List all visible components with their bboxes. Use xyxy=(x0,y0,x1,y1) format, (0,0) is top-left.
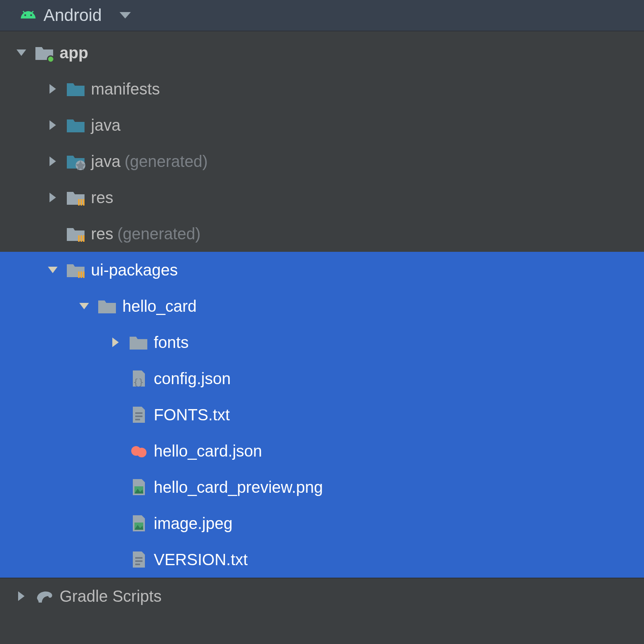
tree-node-java-generated[interactable]: java (generated) xyxy=(0,143,644,179)
project-view-label: Android xyxy=(43,6,102,25)
tree-label: fonts xyxy=(154,333,189,352)
tree-node-fonts-txt[interactable]: FONTS.txt xyxy=(0,397,644,433)
tree-label: FONTS.txt xyxy=(154,406,230,424)
tree-node-gradle-scripts[interactable]: Gradle Scripts xyxy=(0,578,644,614)
tree-node-java[interactable]: java xyxy=(0,107,644,143)
resource-folder-icon xyxy=(66,260,85,280)
tree-node-res[interactable]: res xyxy=(0,179,644,216)
image-file-icon xyxy=(129,514,148,533)
tree-label-suffix: (generated) xyxy=(118,225,201,243)
tree-node-hello-card-json[interactable]: hello_card.json xyxy=(0,433,644,469)
resource-folder-icon xyxy=(66,188,85,207)
gradle-icon xyxy=(35,586,54,606)
tree-label: java xyxy=(91,152,120,171)
tree-label: hello_card_preview.png xyxy=(154,478,323,496)
folder-icon xyxy=(66,115,85,135)
tree-label: java xyxy=(91,116,120,134)
tree-label: Gradle Scripts xyxy=(60,587,161,605)
tree-label: hello_card xyxy=(122,297,197,315)
image-file-icon xyxy=(129,477,148,497)
folder-icon xyxy=(66,79,85,99)
tree-label-suffix: (generated) xyxy=(124,152,208,171)
tree-node-fonts[interactable]: fonts xyxy=(0,324,644,360)
tree-label: hello_card.json xyxy=(154,442,262,460)
tree-label: app xyxy=(60,44,88,62)
tree-node-ui-packages[interactable]: ui-packages xyxy=(0,252,644,288)
chevron-down-icon xyxy=(120,12,131,19)
tree-label: res xyxy=(91,189,114,207)
tree-node-version-txt[interactable]: VERSION.txt xyxy=(0,541,644,578)
text-file-icon xyxy=(129,550,148,569)
relay-file-icon xyxy=(129,441,148,461)
android-icon xyxy=(19,10,37,21)
folder-icon xyxy=(97,296,117,316)
tree-node-preview-png[interactable]: hello_card_preview.png xyxy=(0,469,644,505)
folder-icon xyxy=(129,333,148,352)
text-file-icon xyxy=(129,405,148,424)
chevron-right-icon xyxy=(50,84,56,94)
module-folder-icon xyxy=(35,43,54,62)
chevron-right-icon xyxy=(50,156,56,166)
tree-label: image.jpeg xyxy=(154,514,233,533)
chevron-right-icon xyxy=(18,591,25,601)
chevron-down-icon xyxy=(48,267,58,273)
project-view-header[interactable]: Android xyxy=(0,0,644,31)
tree-label: ui-packages xyxy=(91,261,178,279)
json-file-icon xyxy=(129,369,148,388)
tree-label: res xyxy=(91,225,114,243)
tree-label: config.json xyxy=(154,370,231,388)
tree-node-res-generated[interactable]: res (generated) xyxy=(0,216,644,252)
tree-node-manifests[interactable]: manifests xyxy=(0,71,644,107)
tree-label: manifests xyxy=(91,80,160,98)
chevron-right-icon xyxy=(50,120,56,130)
chevron-right-icon xyxy=(50,193,56,202)
chevron-down-icon xyxy=(79,303,89,309)
resource-folder-icon xyxy=(66,224,85,243)
project-tree: app manifests java java (generated) res … xyxy=(0,31,644,614)
tree-node-config-json[interactable]: config.json xyxy=(0,360,644,397)
chevron-right-icon xyxy=(112,337,119,347)
tree-label: VERSION.txt xyxy=(154,551,248,569)
tree-node-hello-card[interactable]: hello_card xyxy=(0,288,644,324)
generated-folder-icon xyxy=(66,152,85,171)
tree-node-app[interactable]: app xyxy=(0,35,644,71)
chevron-down-icon xyxy=(17,49,26,56)
tree-node-image-jpeg[interactable]: image.jpeg xyxy=(0,505,644,541)
